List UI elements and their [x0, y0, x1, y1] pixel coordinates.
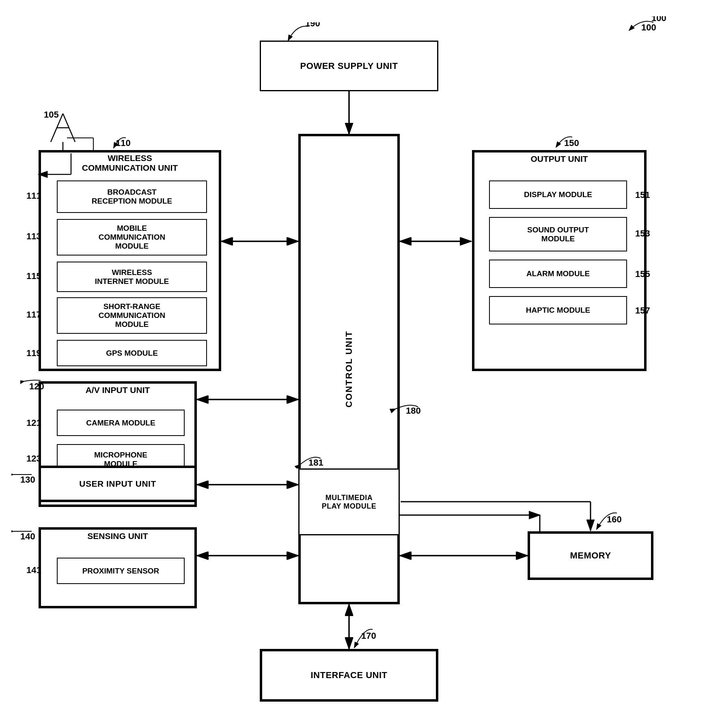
- multimedia-box: MULTIMEDIAPLAY MODULE: [298, 468, 400, 535]
- camera-box: CAMERA MODULE: [57, 410, 185, 436]
- ref-155: 155: [635, 269, 650, 279]
- ref180-arrow: [390, 401, 422, 417]
- ref-123: 123: [26, 453, 41, 464]
- wireless-internet-box: WIRELESSINTERNET MODULE: [57, 262, 207, 292]
- ref160-arrow: [584, 509, 625, 535]
- svg-text:190: 190: [305, 22, 320, 28]
- ref-111: 111: [26, 191, 41, 201]
- ref-153: 153: [635, 228, 650, 239]
- short-range-box: SHORT-RANGECOMMUNICATIONMODULE: [57, 297, 207, 334]
- ref150-arrow: [548, 133, 580, 153]
- wireless-comm-label: WIRELESSCOMMUNICATION UNIT: [45, 153, 215, 173]
- diagram: 100 100 POWER SUPPLY UNIT 190: [0, 0, 707, 728]
- ref100-arrow: 100: [621, 16, 670, 49]
- display-box: DISPLAY MODULE: [489, 180, 627, 209]
- ref-157: 157: [635, 305, 650, 316]
- ref190-arrow: 190: [276, 22, 325, 47]
- ref-151: 151: [635, 190, 650, 200]
- ref-105: 105: [44, 110, 59, 120]
- ref181-arrow: [292, 452, 325, 468]
- av-input-label: A/V INPUT UNIT: [45, 385, 191, 395]
- haptic-box: HAPTIC MODULE: [489, 296, 627, 324]
- memory-box: MEMORY: [528, 531, 653, 580]
- ref-141: 141: [26, 565, 41, 576]
- gps-box: GPS MODULE: [57, 340, 207, 366]
- ref120-arrow: [20, 376, 45, 387]
- mobile-comm-box: MOBILECOMMUNICATIONMODULE: [57, 219, 207, 256]
- ref-115: 115: [26, 271, 41, 281]
- svg-text:100: 100: [651, 16, 666, 23]
- ref140-arrow: [11, 526, 34, 537]
- broadcast-box: BROADCASTRECEPTION MODULE: [57, 180, 207, 213]
- sensing-unit-label: SENSING UNIT: [45, 531, 191, 541]
- ref-121: 121: [26, 418, 41, 428]
- ref170-arrow: [344, 625, 381, 652]
- ref-113: 113: [26, 231, 41, 242]
- sound-output-box: SOUND OUTPUTMODULE: [489, 217, 627, 251]
- ref130-arrow: [11, 470, 34, 480]
- output-unit-label: OUTPUT UNIT: [478, 154, 640, 164]
- power-supply-box: POWER SUPPLY UNIT: [260, 41, 438, 91]
- ref110-arrow: [108, 134, 132, 154]
- ref-117: 117: [26, 309, 41, 320]
- alarm-box: ALARM MODULE: [489, 260, 627, 288]
- proximity-box: PROXIMITY SENSOR: [57, 558, 185, 584]
- ref-119: 119: [26, 348, 41, 359]
- user-input-box: USER INPUT UNIT: [39, 466, 197, 502]
- interface-unit-box: INTERFACE UNIT: [260, 649, 438, 702]
